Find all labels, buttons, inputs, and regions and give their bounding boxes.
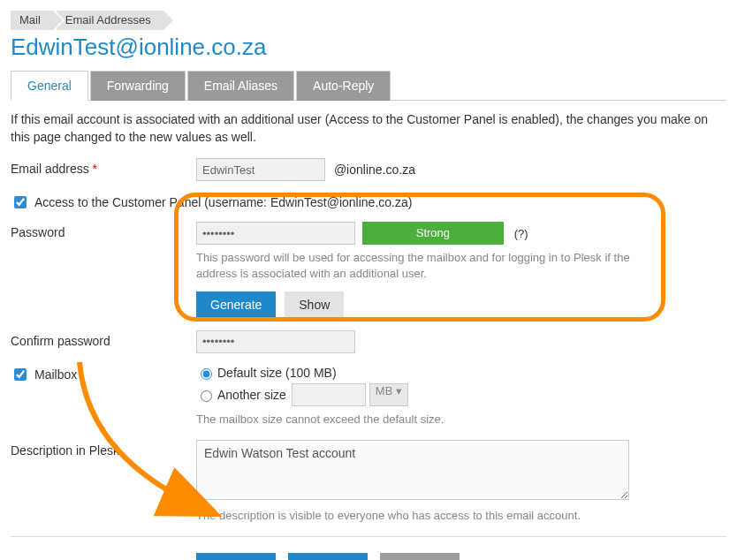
show-button[interactable]: Show: [285, 291, 344, 318]
mailbox-checkbox[interactable]: [14, 368, 27, 381]
intro-text: If this email account is associated with…: [11, 111, 726, 146]
breadcrumb-mail[interactable]: Mail: [11, 11, 53, 30]
another-size-label: Another size: [217, 388, 286, 402]
tab-email-aliases[interactable]: Email Aliases: [187, 71, 294, 101]
generate-button[interactable]: Generate: [196, 291, 276, 318]
password-input[interactable]: [196, 222, 355, 245]
action-buttons: OK Apply Cancel: [196, 553, 468, 560]
password-hint: This password will be used for accessing…: [196, 250, 638, 282]
password-help-icon[interactable]: (?): [514, 227, 528, 240]
password-label: Password: [11, 222, 196, 239]
mailbox-size-hint: The mailbox size cannot exceed the defau…: [196, 412, 726, 428]
another-size-radio[interactable]: [201, 390, 212, 402]
cancel-button[interactable]: Cancel: [380, 553, 460, 560]
breadcrumb: Mail Email Addresses: [11, 11, 726, 30]
page-title: EdwinTest@ionline.co.za: [11, 34, 726, 61]
email-domain-suffix: @ionline.co.za: [334, 163, 415, 177]
access-panel-checkbox[interactable]: [14, 196, 27, 208]
access-panel-label: Access to the Customer Panel (username: …: [34, 195, 412, 209]
another-size-input[interactable]: [292, 383, 366, 406]
ok-button[interactable]: OK: [196, 553, 276, 560]
description-textarea[interactable]: [196, 440, 629, 500]
confirm-password-input[interactable]: [196, 330, 355, 353]
default-size-label: Default size (100 MB): [217, 366, 337, 380]
apply-button[interactable]: Apply: [288, 553, 368, 560]
tab-general[interactable]: General: [11, 71, 88, 101]
required-fields-note: * Required fields: [11, 553, 196, 560]
password-strength-badge: Strong: [362, 222, 504, 245]
tab-forwarding[interactable]: Forwarding: [90, 71, 186, 101]
email-address-input[interactable]: [196, 158, 325, 181]
mailbox-label: Mailbox: [34, 367, 77, 382]
description-hint: The description is visible to everyone w…: [196, 508, 726, 524]
confirm-password-label: Confirm password: [11, 330, 196, 348]
breadcrumb-email-addresses[interactable]: Email Addresses: [57, 11, 163, 30]
tab-auto-reply[interactable]: Auto-Reply: [296, 71, 391, 101]
size-unit-select[interactable]: MB ▾: [369, 383, 408, 406]
tabs: General Forwarding Email Aliases Auto-Re…: [11, 70, 726, 101]
email-address-label: Email address *: [11, 158, 196, 176]
description-label: Description in Plesk: [11, 440, 196, 458]
default-size-radio[interactable]: [201, 368, 212, 380]
